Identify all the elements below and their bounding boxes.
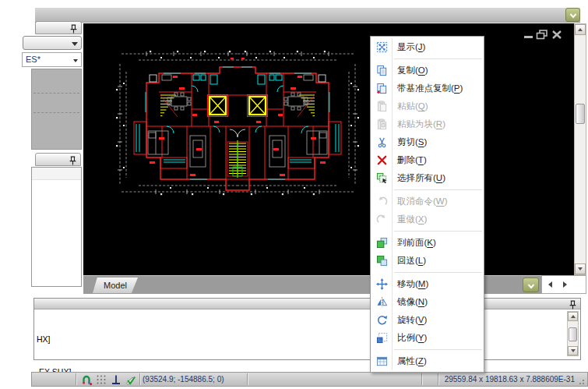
status-toggle-buttons bbox=[80, 373, 137, 386]
pin-icon[interactable] bbox=[569, 299, 577, 309]
send-back-icon bbox=[374, 255, 389, 267]
triangle-down-icon bbox=[578, 267, 583, 271]
chevron-down-icon bbox=[73, 59, 78, 62]
menu-separator bbox=[394, 349, 482, 350]
zoom-extents-icon bbox=[374, 41, 389, 54]
paste-block-icon bbox=[374, 118, 389, 131]
tab-scroll-box bbox=[541, 275, 586, 294]
menu-item-copy[interactable]: 复制(O) bbox=[371, 62, 484, 80]
menu-item-label: 剪切(S) bbox=[397, 136, 427, 148]
command-line-window[interactable]: HX] .EX.SHX] bbox=[33, 298, 581, 360]
cursor-coordinates: (93524.9; -154886.5; 0) bbox=[143, 375, 224, 384]
triangle-up-icon bbox=[578, 28, 583, 31]
command-window-titlebar[interactable] bbox=[34, 299, 580, 309]
menu-item-properties[interactable]: 属性(Z) bbox=[371, 352, 484, 370]
panel-bottom-header-row bbox=[32, 168, 81, 180]
document-window-buttons bbox=[523, 30, 564, 41]
list-divider bbox=[33, 93, 79, 94]
pin-icon[interactable] bbox=[69, 23, 78, 33]
menu-item-erase[interactable]: 删除(T) bbox=[371, 151, 484, 169]
menu-item-copy-with-base-point[interactable]: 带基准点复制(P) bbox=[371, 80, 484, 97]
command-line: HX] bbox=[37, 334, 71, 345]
chevron-down-icon bbox=[527, 278, 535, 292]
menu-item-label: 选择所有(U) bbox=[397, 172, 445, 184]
scroll-down-button[interactable] bbox=[568, 346, 578, 355]
paste-icon bbox=[374, 101, 389, 113]
redo-icon bbox=[374, 214, 389, 226]
menu-item-cut[interactable]: 剪切(S) bbox=[371, 133, 484, 151]
menu-item-rotate[interactable]: 旋转(V) bbox=[371, 311, 484, 329]
menu-item-bring-to-front[interactable]: 到前面(K) bbox=[371, 234, 484, 252]
triangle-down-icon bbox=[571, 349, 576, 352]
grid-dots-icon[interactable] bbox=[95, 373, 107, 386]
chevron-down-icon bbox=[72, 42, 78, 46]
menu-item-scale[interactable]: 比例(Y) bbox=[371, 329, 484, 347]
tab-model[interactable]: Model bbox=[93, 278, 138, 293]
floor-plan-drawing bbox=[115, 44, 360, 198]
context-menu: 显示(J)复制(O)带基准点复制(P)粘贴(Q)粘贴为块(R)剪切(S)删除(T… bbox=[370, 36, 484, 373]
menu-separator bbox=[394, 189, 482, 190]
tab-scroll-right-button[interactable] bbox=[563, 281, 567, 288]
status-divider bbox=[438, 373, 439, 385]
menu-item-label: 粘贴(Q) bbox=[397, 101, 428, 112]
menu-item-move[interactable]: 移动(M) bbox=[371, 275, 484, 293]
menu-item-select-all[interactable]: 选择所有(U) bbox=[371, 169, 484, 187]
menu-item-label: 取消命令(W) bbox=[397, 196, 448, 207]
style-combo-value: ES* bbox=[26, 55, 40, 64]
list-divider bbox=[33, 112, 79, 113]
menu-item-send-back[interactable]: 回送(L) bbox=[371, 252, 484, 270]
restore-button[interactable] bbox=[537, 30, 548, 39]
menu-item-display[interactable]: 显示(J) bbox=[371, 38, 484, 56]
resize-grip[interactable] bbox=[576, 375, 586, 384]
properties-icon bbox=[374, 355, 389, 368]
menu-item-label: 比例(Y) bbox=[397, 332, 427, 344]
move-icon bbox=[374, 278, 389, 291]
close-button[interactable] bbox=[553, 31, 561, 38]
bring-front-icon bbox=[374, 237, 389, 249]
tab-list-button[interactable] bbox=[523, 278, 539, 292]
layout-tab-bar: Model bbox=[83, 275, 574, 294]
scrollbar-thumb[interactable] bbox=[576, 104, 585, 124]
menu-item-label: 属性(Z) bbox=[397, 355, 427, 367]
top-toolbar bbox=[35, 8, 580, 23]
rotate-icon bbox=[374, 314, 389, 327]
scroll-down-button[interactable] bbox=[575, 263, 586, 274]
triangle-up-icon bbox=[571, 315, 576, 318]
command-scrollbar[interactable] bbox=[567, 311, 579, 356]
panel-list-area[interactable] bbox=[31, 69, 82, 150]
snap-magnet-icon[interactable] bbox=[80, 373, 93, 386]
menu-item-label: 移动(M) bbox=[397, 278, 428, 290]
canvas-vertical-scrollbar[interactable] bbox=[574, 23, 586, 275]
menu-item-cancel-command: 取消命令(W) bbox=[371, 193, 484, 210]
menu-item-redo: 重做(X) bbox=[371, 210, 484, 228]
status-bar: (93524.9; -154886.5; 0) 29559.84 x 19818… bbox=[31, 372, 588, 387]
panel-bottom-titlebar[interactable] bbox=[35, 153, 81, 166]
mirror-icon bbox=[374, 296, 389, 309]
menu-item-paste: 粘贴(Q) bbox=[371, 97, 484, 115]
menu-item-label: 复制(O) bbox=[397, 65, 428, 76]
scrollbar-thumb[interactable] bbox=[569, 327, 577, 341]
panel-bottom-body[interactable] bbox=[31, 167, 82, 287]
copy-icon bbox=[374, 65, 389, 77]
menu-separator bbox=[394, 272, 482, 273]
pen-check-icon[interactable] bbox=[125, 373, 137, 386]
status-divider bbox=[139, 373, 141, 385]
menu-item-mirror[interactable]: 镜像(N) bbox=[371, 293, 484, 311]
pin-icon[interactable] bbox=[69, 155, 77, 164]
perpendicular-icon[interactable] bbox=[110, 373, 122, 386]
menu-item-label: 显示(J) bbox=[397, 41, 425, 53]
tab-scroll-left-button[interactable] bbox=[548, 281, 552, 288]
undo-icon bbox=[374, 196, 389, 208]
delete-icon bbox=[374, 154, 389, 167]
toolbar-overflow-button[interactable] bbox=[565, 8, 580, 22]
scroll-up-button[interactable] bbox=[568, 312, 578, 321]
panel-top-titlebar[interactable] bbox=[35, 21, 82, 34]
scale-icon bbox=[374, 332, 389, 345]
minimize-button[interactable] bbox=[524, 36, 533, 38]
copy-base-icon bbox=[374, 83, 389, 95]
style-combo-box[interactable]: ES* bbox=[22, 52, 82, 67]
panel-combo-box[interactable] bbox=[23, 36, 82, 50]
menu-item-label: 到前面(K) bbox=[397, 237, 436, 249]
menu-item-label: 旋转(V) bbox=[397, 314, 427, 326]
scroll-up-button[interactable] bbox=[575, 24, 586, 35]
